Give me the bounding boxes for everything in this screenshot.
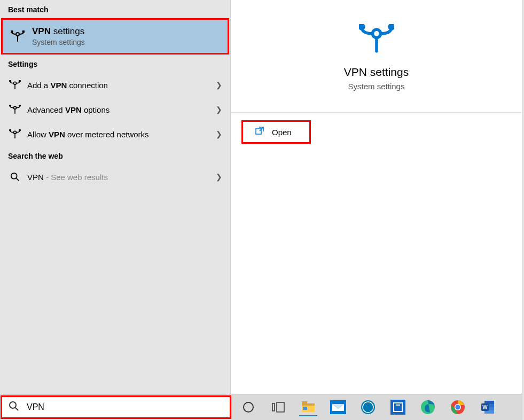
setting-advanced-vpn-options[interactable]: Advanced VPN options ❯ bbox=[0, 97, 230, 122]
svg-rect-30 bbox=[390, 400, 405, 415]
svg-point-5 bbox=[19, 80, 20, 81]
best-match-vpn-settings[interactable]: VPN settings System settings bbox=[1, 18, 229, 55]
svg-point-10 bbox=[10, 129, 11, 130]
detail-title: VPN settings bbox=[231, 66, 522, 79]
search-input-text: VPN bbox=[27, 402, 44, 412]
file-explorer-icon[interactable] bbox=[299, 398, 317, 416]
setting-add-vpn-connection[interactable]: Add a VPN connection ❯ bbox=[0, 73, 230, 97]
vpn-icon bbox=[8, 129, 22, 139]
svg-point-8 bbox=[19, 105, 20, 106]
detail-subtitle: System settings bbox=[231, 82, 522, 91]
chevron-right-icon: ❯ bbox=[216, 105, 222, 114]
svg-point-36 bbox=[456, 405, 460, 410]
svg-point-15 bbox=[359, 25, 364, 29]
search-icon bbox=[9, 401, 19, 414]
taskbar-search-box[interactable]: VPN bbox=[1, 395, 231, 419]
svg-point-7 bbox=[10, 105, 11, 106]
task-view-icon[interactable] bbox=[269, 398, 287, 416]
chevron-right-icon: ❯ bbox=[216, 173, 222, 181]
cortana-icon[interactable] bbox=[239, 398, 257, 416]
svg-text:W: W bbox=[482, 405, 488, 410]
svg-point-16 bbox=[389, 25, 394, 29]
search-results-panel: Best match VPN settings System settings … bbox=[0, 0, 522, 394]
vpn-icon bbox=[8, 80, 22, 90]
svg-rect-26 bbox=[303, 407, 307, 410]
svg-point-2 bbox=[23, 31, 25, 33]
svg-point-20 bbox=[244, 402, 253, 412]
divider bbox=[231, 112, 522, 113]
best-match-text: VPN settings System settings bbox=[32, 26, 85, 46]
search-web-header: Search the web bbox=[0, 146, 230, 165]
svg-rect-21 bbox=[272, 403, 275, 411]
svg-point-12 bbox=[11, 173, 17, 179]
word-icon[interactable]: W bbox=[479, 398, 497, 416]
taskbar: VPN W bbox=[0, 394, 522, 420]
dell-icon[interactable] bbox=[359, 398, 377, 416]
search-icon bbox=[8, 172, 22, 182]
results-left-column: Best match VPN settings System settings … bbox=[0, 0, 231, 394]
svg-line-13 bbox=[17, 178, 19, 181]
vpn-icon bbox=[11, 29, 25, 43]
open-button[interactable]: Open bbox=[241, 120, 311, 144]
vpn-icon bbox=[8, 105, 22, 114]
app-blue-icon[interactable] bbox=[389, 398, 407, 416]
best-match-header: Best match bbox=[0, 0, 230, 18]
chevron-right-icon: ❯ bbox=[216, 130, 222, 138]
edge-icon[interactable] bbox=[419, 398, 437, 416]
vpn-icon bbox=[359, 24, 394, 56]
taskbar-icons: W bbox=[231, 398, 497, 416]
svg-line-19 bbox=[15, 408, 18, 410]
web-result-vpn[interactable]: VPN - See web results ❯ bbox=[0, 165, 230, 189]
svg-point-11 bbox=[19, 129, 20, 130]
detail-header: VPN settings System settings bbox=[231, 0, 522, 91]
svg-point-28 bbox=[361, 400, 375, 414]
mail-icon[interactable] bbox=[329, 398, 347, 416]
svg-point-1 bbox=[11, 31, 13, 33]
setting-allow-vpn-metered[interactable]: Allow VPN over metered networks ❯ bbox=[0, 122, 230, 146]
chevron-right-icon: ❯ bbox=[216, 81, 222, 89]
svg-rect-22 bbox=[277, 402, 284, 412]
detail-pane: VPN settings System settings Open bbox=[231, 0, 522, 394]
svg-point-4 bbox=[10, 80, 11, 81]
settings-header: Settings bbox=[0, 55, 230, 73]
chrome-icon[interactable] bbox=[449, 398, 467, 416]
svg-rect-25 bbox=[302, 401, 307, 404]
svg-point-18 bbox=[10, 402, 16, 408]
open-icon bbox=[255, 126, 264, 138]
